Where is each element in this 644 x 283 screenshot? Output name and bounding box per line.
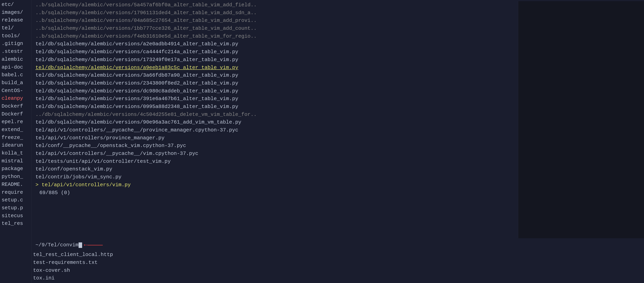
result-line[interactable]: tel/db/sqlalchemy/alembic/versions/a9eeb… bbox=[36, 64, 518, 72]
sidebar-item-dockerfile1[interactable]: Dockerf bbox=[0, 103, 31, 110]
sidebar-item-idearun[interactable]: idearun bbox=[0, 142, 31, 149]
extra-files-list: tel_rest_client_local.http test-requirem… bbox=[32, 250, 644, 283]
extra-file-4[interactable]: tox.ini bbox=[32, 274, 644, 282]
result-line[interactable]: 69/885 (0) bbox=[36, 189, 518, 197]
sidebar-item-babel[interactable]: babel.c bbox=[0, 71, 31, 79]
result-line[interactable]: tel/api/v1/controllers/province_manager.… bbox=[36, 134, 518, 142]
result-line[interactable]: > tel/api/v1/controllers/vim.py bbox=[36, 181, 518, 189]
result-line[interactable]: tel/api/v1/controllers/__pycache__/provi… bbox=[36, 126, 518, 134]
result-line[interactable]: tel/db/sqlalchemy/alembic/versions/90e96… bbox=[36, 118, 518, 126]
results-list: ..b/sqlalchemy/alembic/versions/5a457af6… bbox=[36, 1, 518, 238]
result-line[interactable]: tel/db/sqlalchemy/alembic/versions/a2e0a… bbox=[36, 40, 518, 48]
sidebar-item-build[interactable]: build_a bbox=[0, 79, 31, 87]
result-line[interactable]: tel/db/sqlalchemy/alembic/versions/ca444… bbox=[36, 48, 518, 56]
sidebar-item-extend[interactable]: extend_ bbox=[0, 126, 31, 134]
main-container: etc/ images/ release tel/ tools/ .gitign… bbox=[0, 0, 644, 283]
sidebar-item-cleanpy[interactable]: cleanpy bbox=[0, 95, 31, 103]
sidebar-item-api-doc[interactable]: api-doc bbox=[0, 64, 31, 71]
result-line[interactable]: tel/db/sqlalchemy/alembic/versions/17324… bbox=[36, 56, 518, 64]
result-line[interactable]: tel/db/sqlalchemy/alembic/versions/23438… bbox=[36, 79, 518, 87]
sidebar-item-sitecus[interactable]: sitecus bbox=[0, 212, 31, 220]
sidebar-item-images[interactable]: images/ bbox=[0, 9, 31, 17]
result-line[interactable]: ../db/sqlalchemy/alembic/versions/4c504d… bbox=[36, 111, 518, 119]
result-line[interactable]: tel/contrib/jobs/vim_sync.py bbox=[36, 173, 518, 181]
sidebar-item-dockerfile2[interactable]: Dockerf bbox=[0, 110, 31, 118]
file-sidebar: etc/ images/ release tel/ tools/ .gitign… bbox=[0, 0, 32, 283]
sidebar-item-tools[interactable]: tools/ bbox=[0, 32, 31, 40]
result-line[interactable]: tel/conf/openstack_vim.py bbox=[36, 165, 518, 173]
command-line[interactable]: ~/9/Tel/convim ←———— bbox=[32, 240, 644, 250]
result-line[interactable]: tel/conf/__pycache__/openstack_vim.cpyth… bbox=[36, 142, 518, 150]
result-line[interactable]: tel/db/sqlalchemy/alembic/versions/391e6… bbox=[36, 95, 518, 103]
sidebar-item-require[interactable]: require bbox=[0, 189, 31, 196]
sidebar-item-etc[interactable]: etc/ bbox=[0, 1, 31, 9]
sidebar-item-release[interactable]: release bbox=[0, 16, 31, 24]
result-line[interactable]: tel/tests/unit/api/v1/controller/test_vi… bbox=[36, 158, 518, 166]
sidebar-item-alembic[interactable]: alembic bbox=[0, 56, 31, 64]
result-line[interactable]: tel/db/sqlalchemy/alembic/versions/3a66f… bbox=[36, 72, 518, 79]
red-arrow-icon: ←———— bbox=[84, 241, 102, 250]
right-preview-panel bbox=[518, 1, 644, 238]
extra-file-1[interactable]: tel_rest_client_local.http bbox=[32, 251, 644, 259]
sidebar-item-package[interactable]: package bbox=[0, 165, 31, 173]
sidebar-item-epel[interactable]: epel.re bbox=[0, 118, 31, 126]
search-results-panel: ..b/sqlalchemy/alembic/versions/5a457af6… bbox=[32, 0, 644, 239]
sidebar-item-readme[interactable]: README. bbox=[0, 181, 31, 189]
result-line[interactable]: tel/api/v1/controllers/__pycache__/vim.c… bbox=[36, 150, 518, 158]
main-content-area: ..b/sqlalchemy/alembic/versions/5a457af6… bbox=[32, 0, 644, 283]
sidebar-item-setupp[interactable]: setup.p bbox=[0, 204, 31, 212]
result-line[interactable]: ..b/sqlalchemy/alembic/versions/04a685c2… bbox=[36, 17, 518, 25]
extra-file-2[interactable]: test-requirements.txt bbox=[32, 259, 644, 267]
result-line[interactable]: tel/db/sqlalchemy/alembic/versions/dc980… bbox=[36, 87, 518, 95]
sidebar-item-tel[interactable]: tel/ bbox=[0, 24, 31, 32]
result-line[interactable]: ..b/sqlalchemy/alembic/versions/5a457af6… bbox=[36, 1, 518, 9]
result-line[interactable]: tel/db/sqlalchemy/alembic/versions/0995a… bbox=[36, 103, 518, 111]
sidebar-item-mistral[interactable]: mistral bbox=[0, 157, 31, 165]
extra-file-3[interactable]: tox-cover.sh bbox=[32, 267, 644, 274]
result-line[interactable]: ..b/sqlalchemy/alembic/versions/17961131… bbox=[36, 9, 518, 17]
sidebar-item-gitignore[interactable]: .gitign bbox=[0, 40, 31, 48]
result-line[interactable]: ..b/sqlalchemy/alembic/versions/f4eb3161… bbox=[36, 33, 518, 40]
result-line[interactable]: ..b/sqlalchemy/alembic/versions/1bb777cc… bbox=[36, 25, 518, 33]
sidebar-item-kolla[interactable]: kolla_t bbox=[0, 149, 31, 157]
sidebar-item-python[interactable]: python_ bbox=[0, 173, 31, 181]
command-prompt-text: ~/9/Tel/convim bbox=[36, 241, 78, 249]
cursor-indicator bbox=[78, 242, 82, 248]
sidebar-item-setupc[interactable]: setup.c bbox=[0, 196, 31, 204]
sidebar-item-stestr[interactable]: .stestr bbox=[0, 48, 31, 56]
sidebar-item-freeze[interactable]: freeze_ bbox=[0, 134, 31, 142]
sidebar-item-tel-res[interactable]: tel_res bbox=[0, 220, 31, 228]
sidebar-item-centos[interactable]: CentOS- bbox=[0, 87, 31, 95]
